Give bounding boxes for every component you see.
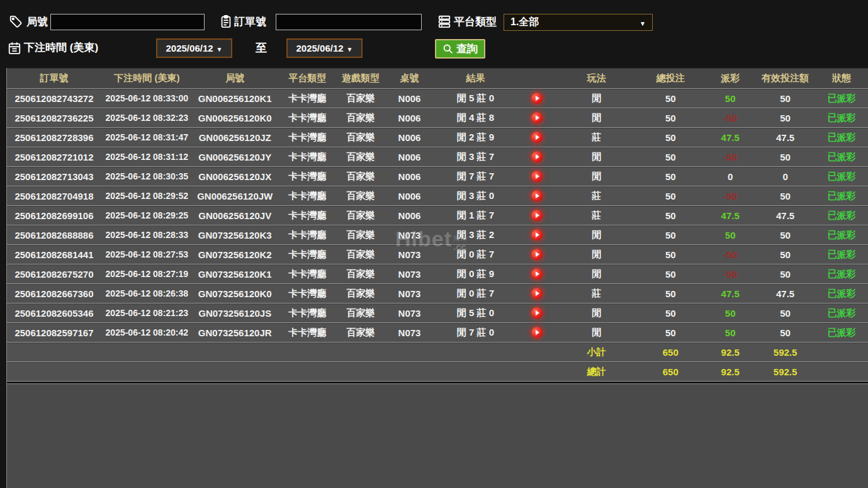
chevron-down-icon: [213, 43, 223, 54]
order-id-label: 訂單號: [234, 14, 266, 29]
cell-bet-type: 莊: [557, 284, 636, 303]
cell-payout: 47.5: [705, 284, 755, 303]
cell-game: 百家樂: [337, 108, 385, 127]
cell-payout: -50: [705, 147, 755, 166]
round-id-label: 局號: [26, 14, 48, 29]
cell-status: 已派彩: [815, 89, 868, 108]
total-label: 總計: [557, 362, 636, 381]
cell-platform: 卡卡灣廳: [278, 89, 337, 108]
col-header-valid-bet: 有效投注額: [755, 68, 815, 88]
round-id-input[interactable]: [50, 14, 205, 30]
play-video-button[interactable]: [531, 268, 543, 280]
cell-order-id: 250612082597167: [7, 323, 101, 342]
cell-status: 已派彩: [815, 245, 868, 264]
to-label: 至: [256, 40, 267, 55]
cell-bet-type: 閒: [557, 167, 636, 186]
cell-payout: 50: [705, 89, 755, 108]
cell-result: 閒 0 莊 7: [435, 284, 517, 303]
cell-game: 百家樂: [337, 206, 385, 225]
col-header-bet-type: 玩法: [557, 68, 636, 88]
cell-status: 已派彩: [815, 284, 868, 303]
play-video-button[interactable]: [531, 190, 543, 201]
cell-payout: 47.5: [705, 128, 755, 147]
cell-table-no: N073: [385, 264, 435, 283]
cell-video: [516, 225, 557, 244]
play-video-button[interactable]: [531, 112, 543, 123]
cell-valid-bet: 50: [755, 245, 815, 264]
cell-result: 閒 7 莊 0: [435, 323, 517, 342]
cell-result: 閒 0 莊 7: [435, 245, 517, 264]
play-video-button[interactable]: [531, 93, 543, 104]
cell-bet-time: 2025-06-12 08:29:25: [101, 206, 193, 225]
cell-video: [516, 284, 557, 303]
subtotal-payout: 92.5: [705, 343, 755, 361]
table-row: 2506120827130432025-06-12 08:30:35GN0062…: [7, 167, 868, 186]
cell-bet-type: 閒: [557, 245, 636, 264]
cell-valid-bet: 47.5: [755, 284, 815, 303]
cell-round-id: GN006256120JX: [193, 167, 278, 186]
order-id-input[interactable]: [276, 14, 422, 30]
total-total-bet: 650: [636, 362, 705, 381]
play-video-button[interactable]: [531, 151, 543, 162]
cell-valid-bet: 50: [755, 89, 815, 108]
cell-payout: -50: [705, 245, 755, 264]
play-video-button[interactable]: [531, 327, 543, 338]
chevron-down-icon: [344, 43, 353, 54]
cell-game: 百家樂: [337, 128, 385, 147]
platform-type-select[interactable]: 1.全部: [504, 14, 653, 31]
play-video-button[interactable]: [531, 132, 543, 143]
cell-order-id: 250612082704918: [7, 186, 101, 205]
cell-payout: -50: [705, 264, 755, 283]
cell-valid-bet: 50: [755, 147, 815, 166]
cell-table-no: N006: [385, 206, 435, 225]
cell-video: [516, 186, 557, 205]
cell-order-id: 250612082688886: [7, 225, 101, 244]
cell-bet-type: 莊: [557, 128, 636, 147]
cell-bet-time: 2025-06-12 08:30:35: [101, 167, 193, 186]
col-header-table-no: 桌號: [385, 68, 435, 88]
cell-bet-type: 閒: [557, 89, 636, 108]
total-valid-bet: 592.5: [755, 362, 815, 381]
cell-valid-bet: 50: [755, 323, 815, 342]
cell-table-no: N006: [385, 167, 435, 186]
cell-bet-type: 莊: [557, 186, 636, 205]
cell-bet-time: 2025-06-12 08:27:53: [101, 245, 193, 264]
cell-status: 已派彩: [815, 128, 868, 147]
cell-bet-time: 2025-06-12 08:20:42: [101, 323, 193, 342]
cell-valid-bet: 50: [755, 304, 815, 322]
table-row: 2506120825971672025-06-12 08:20:42GN0732…: [7, 323, 868, 343]
date-to-select[interactable]: 2025/06/12: [286, 38, 363, 58]
cell-round-id: GN073256120K0: [193, 284, 278, 303]
query-button[interactable]: 查詢: [435, 39, 485, 59]
table-row: 2506120827049182025-06-12 08:29:52GN0062…: [7, 186, 868, 206]
cell-total-bet: 50: [636, 323, 705, 342]
cell-table-no: N006: [385, 186, 435, 205]
cell-game: 百家樂: [337, 264, 385, 283]
play-video-button[interactable]: [531, 171, 543, 182]
cell-result: 閒 5 莊 0: [435, 89, 517, 108]
cell-result: 閒 2 莊 9: [435, 128, 517, 147]
play-video-button[interactable]: [531, 249, 543, 260]
play-video-button[interactable]: [531, 288, 543, 299]
cell-result: 閒 3 莊 7: [435, 147, 517, 166]
cell-table-no: N073: [385, 284, 435, 303]
cell-table-no: N073: [385, 323, 435, 342]
cell-round-id: GN006256120K1: [193, 89, 278, 108]
cell-round-id: GN073256120JS: [193, 304, 278, 322]
date-from-select[interactable]: 2025/06/12: [156, 38, 232, 58]
table-row: 2506120827210122025-06-12 08:31:12GN0062…: [7, 147, 868, 167]
table-row: 2506120827283962025-06-12 08:31:47GN0062…: [7, 128, 868, 147]
table-row: 2506120826991062025-06-12 08:29:25GN0062…: [7, 206, 868, 225]
table-empty-area: [7, 383, 868, 488]
cell-bet-type: 閒: [557, 264, 636, 283]
cell-result: 閒 1 莊 7: [435, 206, 517, 225]
play-video-button[interactable]: [531, 229, 543, 241]
cell-platform: 卡卡灣廳: [278, 108, 337, 127]
table-header-row: 訂單號 下注時間 (美東) 局號 平台類型 遊戲類型 桌號 結果 玩法 總投注 …: [7, 68, 868, 89]
chevron-down-icon: [636, 17, 646, 28]
cell-result: 閒 7 莊 7: [435, 167, 517, 186]
play-video-button[interactable]: [531, 307, 543, 319]
play-video-button[interactable]: [531, 210, 543, 221]
cell-table-no: N073: [385, 225, 435, 244]
cell-result: 閒 4 莊 8: [435, 108, 517, 127]
